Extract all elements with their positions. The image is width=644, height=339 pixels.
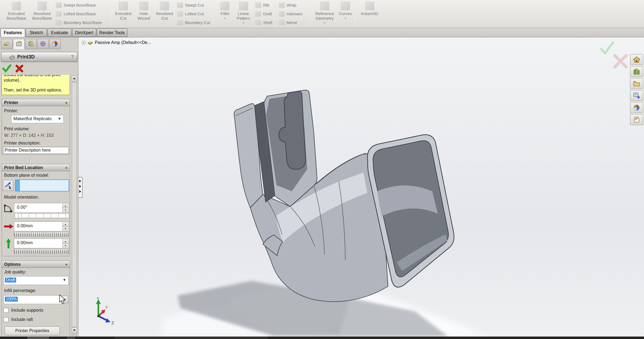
- scroll-down-button[interactable]: [72, 328, 77, 334]
- fillet-dropdown-arrow[interactable]: ▾: [216, 16, 233, 20]
- printer-section-header[interactable]: Printer «: [2, 99, 70, 106]
- panel-scrollbar-thumb[interactable]: [72, 82, 77, 327]
- tab-dimxpert[interactable]: DimXpert: [72, 28, 96, 37]
- z-offset-arrow-icon: [5, 238, 12, 249]
- printer-select-value: MakerBot Replicato: [13, 116, 52, 121]
- lofted-boss-base-button[interactable]: Lofted Boss/Base: [56, 10, 109, 18]
- extruded-boss-base-icon: [12, 2, 21, 10]
- fillet-button[interactable]: Fillet ▾: [216, 2, 233, 20]
- expand-icon[interactable]: [82, 41, 86, 45]
- intersect-button[interactable]: Intersect: [279, 10, 308, 18]
- document-icon: [633, 116, 640, 123]
- display-manager-tab[interactable]: [49, 39, 61, 49]
- x-offset-spinner[interactable]: 0.00mm ▲▼: [14, 222, 69, 231]
- lofted-cut-label: Lofted Cut: [185, 11, 204, 16]
- view-palette-button[interactable]: [630, 90, 643, 101]
- passive-amp-3d-model[interactable]: [78, 37, 644, 337]
- angle-spinner[interactable]: 0.00° ▲▼: [14, 203, 69, 213]
- revolved-boss-base-button[interactable]: Revolved Boss/Base: [30, 2, 55, 20]
- shell-button[interactable]: Shell: [255, 18, 278, 26]
- tab-sketch[interactable]: Sketch: [26, 28, 47, 37]
- feature-tree-root[interactable]: Passive Amp (Default<<De...: [82, 39, 151, 46]
- reference-geometry-button[interactable]: Reference Geometry ▾: [312, 2, 337, 25]
- design-library-button[interactable]: [630, 66, 643, 77]
- boundary-cut-label: Boundary Cut: [185, 20, 210, 25]
- job-quality-select[interactable]: Draft ▼: [4, 276, 69, 285]
- scroll-up-button[interactable]: [72, 76, 77, 82]
- file-explorer-button[interactable]: [630, 78, 643, 89]
- appearances-icon: [633, 104, 640, 111]
- linear-pattern-dropdown-arrow[interactable]: ▾: [234, 20, 253, 25]
- z-offset-ruler[interactable]: [14, 249, 69, 253]
- custom-properties-button[interactable]: [630, 114, 643, 125]
- configuration-manager-tab[interactable]: [25, 39, 37, 49]
- extruded-cut-button[interactable]: Extruded Cut: [113, 2, 133, 20]
- options-section-header[interactable]: Options «: [2, 261, 70, 268]
- rib-button[interactable]: Rib: [255, 1, 278, 9]
- ok-button[interactable]: [2, 64, 11, 73]
- tab-render-tools[interactable]: Render Tools: [97, 28, 127, 37]
- splitter-arrow-icon: [79, 190, 81, 193]
- swept-boss-base-button[interactable]: Swept Boss/Base: [56, 1, 109, 9]
- message-line: shows the extents of the print: [4, 75, 68, 77]
- wrap-button[interactable]: Wrap: [279, 1, 308, 9]
- ribbon-separator: [355, 2, 355, 26]
- boundary-boss-base-button[interactable]: Boundary Boss/Base: [56, 18, 109, 26]
- z-offset-spinner[interactable]: 0.00mm ▲▼: [14, 238, 69, 248]
- linear-pattern-button[interactable]: Linear Pattern ▾: [234, 2, 253, 25]
- triad-x-label: X: [105, 305, 108, 309]
- lofted-cut-button[interactable]: Lofted Cut: [177, 10, 210, 18]
- mirror-button[interactable]: Mirror: [279, 18, 308, 26]
- instant3d-button[interactable]: Instant3D: [357, 2, 382, 16]
- spinner-arrows[interactable]: ▲▼: [62, 222, 68, 231]
- reference-geometry-dropdown-arrow[interactable]: ▾: [312, 20, 337, 25]
- swept-cut-button[interactable]: Swept Cut: [177, 1, 210, 9]
- collapse-chevron-icon[interactable]: «: [63, 167, 70, 169]
- curves-dropdown-arrow[interactable]: ▾: [338, 16, 353, 20]
- x-offset-ruler[interactable]: [14, 232, 69, 237]
- printer-description-input[interactable]: Printer Description here: [3, 147, 69, 154]
- boundary-cut-icon: [177, 20, 183, 25]
- tab-features[interactable]: Features: [1, 28, 25, 37]
- boundary-cut-button[interactable]: Boundary Cut: [177, 18, 213, 26]
- printer-properties-button[interactable]: Printer Properties: [5, 326, 60, 335]
- job-quality-value: Draft: [5, 278, 16, 282]
- appearances-scenes-button[interactable]: [630, 102, 643, 113]
- x-offset-arrow-icon: [4, 223, 13, 230]
- print-bed-section-header[interactable]: Print Bed Location «: [2, 164, 70, 171]
- reference-triad: Y Z X: [90, 296, 116, 328]
- printer-select[interactable]: MakerBot Replicato ▼: [11, 115, 64, 123]
- plane-pick-button[interactable]: [3, 180, 13, 191]
- bottom-plane-selection-box[interactable]: [15, 179, 69, 191]
- solidworks-resources-button[interactable]: [630, 54, 643, 65]
- collapse-chevron-icon[interactable]: «: [63, 264, 70, 265]
- cancel-button[interactable]: [15, 64, 23, 73]
- spinner-arrows[interactable]: ▲▼: [62, 239, 68, 247]
- include-raft-checkbox[interactable]: [4, 317, 8, 322]
- mouse-cursor: [59, 294, 67, 304]
- z-offset-value: 0.00mm: [17, 240, 33, 245]
- property-manager-tab[interactable]: [13, 39, 25, 49]
- mirror-icon: [279, 20, 285, 25]
- draft-button[interactable]: Draft: [255, 10, 278, 18]
- confirm-cancel-icon[interactable]: [613, 53, 628, 69]
- hole-wizard-button[interactable]: Hole Wizard: [134, 2, 154, 20]
- display-manager-icon: [51, 41, 58, 47]
- chevron-down-icon: ▼: [58, 117, 61, 121]
- revolved-cut-button[interactable]: Revolved Cut: [154, 2, 175, 20]
- graphics-viewport[interactable]: Passive Amp (Default<<De...: [78, 37, 644, 337]
- dimxpert-manager-tab[interactable]: [37, 39, 49, 49]
- help-icon[interactable]: ?: [71, 54, 74, 60]
- taskbar-segment: [27, 337, 49, 339]
- tab-evaluate[interactable]: Evaluate: [48, 28, 72, 37]
- include-supports-checkbox[interactable]: [4, 308, 8, 313]
- angle-slider[interactable]: [14, 213, 69, 218]
- collapse-chevron-icon[interactable]: «: [63, 102, 70, 104]
- panel-splitter-handle[interactable]: [78, 177, 83, 198]
- angle-slider-thumb[interactable]: [15, 213, 18, 219]
- extruded-boss-base-button[interactable]: Extruded Boss/Base: [4, 2, 29, 20]
- curves-button[interactable]: Curves ▾: [338, 2, 353, 20]
- spinner-arrows[interactable]: ▲▼: [62, 204, 68, 212]
- task-pane: [630, 54, 644, 126]
- feature-manager-tab[interactable]: [1, 39, 13, 49]
